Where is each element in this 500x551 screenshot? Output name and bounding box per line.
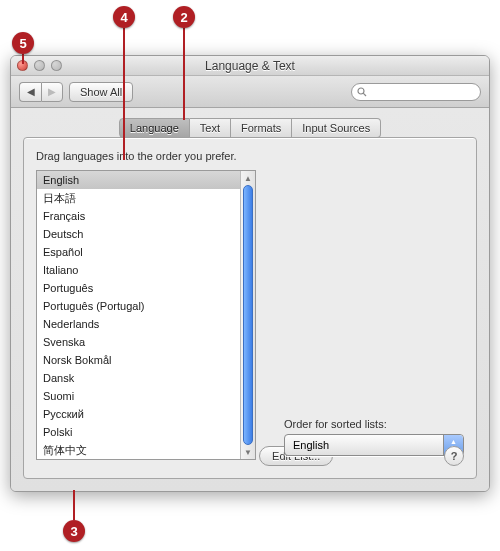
list-item[interactable]: 简体中文	[37, 441, 240, 459]
help-button[interactable]: ?	[444, 446, 464, 466]
sort-order-section: Order for sorted lists: English ▲▼	[284, 418, 464, 456]
list-item[interactable]: English	[37, 171, 240, 189]
language-list[interactable]: English 日本語 Français Deutsch Español Ita…	[36, 170, 256, 460]
window-title: Language & Text	[205, 59, 295, 73]
list-item[interactable]: Polski	[37, 423, 240, 441]
list-item[interactable]: Dansk	[37, 369, 240, 387]
preferences-window: Language & Text ◀ ▶ Show All Language Te…	[10, 55, 490, 492]
forward-button[interactable]: ▶	[41, 82, 63, 102]
callout-2: 2	[173, 6, 195, 28]
callout-5-stem	[22, 54, 24, 64]
search-icon	[357, 87, 367, 99]
scroll-down-icon[interactable]: ▼	[241, 445, 255, 459]
titlebar: Language & Text	[11, 56, 489, 76]
list-item[interactable]: 日本語	[37, 189, 240, 207]
sort-order-value: English	[293, 439, 329, 451]
language-list-inner: English 日本語 Français Deutsch Español Ita…	[37, 171, 240, 459]
svg-line-1	[363, 93, 366, 96]
list-item[interactable]: Español	[37, 243, 240, 261]
callout-4: 4	[113, 6, 135, 28]
list-item[interactable]: Français	[37, 207, 240, 225]
back-button[interactable]: ◀	[19, 82, 41, 102]
minimize-button[interactable]	[34, 60, 45, 71]
sort-order-select[interactable]: English ▲▼	[284, 434, 464, 456]
list-item[interactable]: Русский	[37, 405, 240, 423]
callout-4-stem	[123, 28, 125, 160]
language-panel: Drag languages into the order you prefer…	[23, 137, 477, 479]
svg-point-0	[358, 88, 364, 94]
callout-3-stem	[73, 490, 75, 520]
list-item[interactable]: Norsk Bokmål	[37, 351, 240, 369]
tab-bar: Language Text Formats Input Sources	[23, 118, 477, 138]
drag-hint: Drag languages into the order you prefer…	[36, 150, 464, 162]
content-area: Language Text Formats Input Sources Drag…	[11, 108, 489, 491]
list-item[interactable]: Nederlands	[37, 315, 240, 333]
toolbar: ◀ ▶ Show All	[11, 76, 489, 108]
scrollbar[interactable]: ▲ ▼	[240, 171, 255, 459]
nav-buttons: ◀ ▶	[19, 82, 63, 102]
list-item[interactable]: Português	[37, 279, 240, 297]
search-input[interactable]	[351, 83, 481, 101]
tab-input-sources[interactable]: Input Sources	[292, 118, 381, 138]
callout-2-stem	[183, 28, 185, 120]
tab-language[interactable]: Language	[119, 118, 190, 138]
tab-formats[interactable]: Formats	[231, 118, 292, 138]
callout-3: 3	[63, 520, 85, 542]
chevron-right-icon: ▶	[48, 86, 56, 97]
callout-5: 5	[12, 32, 34, 54]
list-item[interactable]: Suomi	[37, 387, 240, 405]
zoom-button[interactable]	[51, 60, 62, 71]
sort-order-label: Order for sorted lists:	[284, 418, 464, 430]
list-item[interactable]: Português (Portugal)	[37, 297, 240, 315]
list-item[interactable]: Svenska	[37, 333, 240, 351]
list-item[interactable]: Deutsch	[37, 225, 240, 243]
tab-text[interactable]: Text	[190, 118, 231, 138]
list-item[interactable]: Italiano	[37, 261, 240, 279]
scroll-up-icon[interactable]: ▲	[241, 171, 255, 185]
chevron-left-icon: ◀	[27, 86, 35, 97]
